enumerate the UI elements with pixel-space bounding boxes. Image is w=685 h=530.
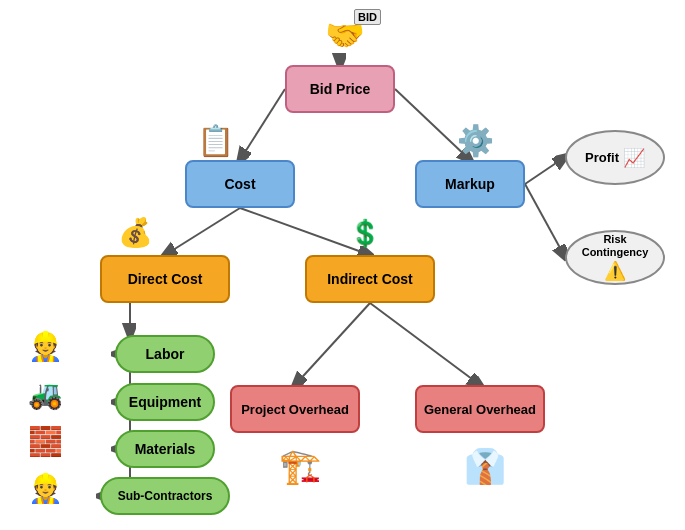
contingency-icon: ⚠️ (604, 261, 626, 283)
cost-node: Cost (185, 160, 295, 208)
general-overhead-label: General Overhead (424, 402, 536, 417)
worker-icon-4: 👷 (28, 472, 63, 505)
sub-contractors-label: Sub-Contractors (118, 489, 213, 503)
bid-price-label: Bid Price (310, 81, 371, 97)
project-overhead-icon: 🏗️ (245, 438, 355, 493)
svg-line-5 (525, 157, 565, 184)
worker-icon-2: 🚜 (28, 378, 63, 411)
equipment-label: Equipment (129, 394, 201, 410)
labor-node: Labor (115, 335, 215, 373)
svg-line-15 (295, 303, 370, 385)
markup-label: Markup (445, 176, 495, 192)
general-overhead-node: General Overhead (415, 385, 545, 433)
risk-contingency-node: RiskContingency ⚠️ (565, 230, 665, 285)
profit-icon: 📈 (623, 147, 645, 169)
labor-label: Labor (146, 346, 185, 362)
markup-icon: ⚙️ (450, 115, 500, 165)
direct-cost-icon: 💰 (115, 210, 155, 255)
risk-contingency-label: RiskContingency (582, 233, 649, 259)
general-overhead-icon: 👔 (430, 438, 540, 493)
indirect-cost-label: Indirect Cost (327, 271, 413, 287)
project-overhead-node: Project Overhead (230, 385, 360, 433)
svg-line-16 (370, 303, 480, 385)
indirect-cost-icon: 💲 (345, 212, 385, 255)
cost-label: Cost (224, 176, 255, 192)
markup-node: Markup (415, 160, 525, 208)
cost-icon: 📋 (190, 115, 240, 165)
svg-line-3 (165, 208, 240, 255)
bid-price-node: Bid Price (285, 65, 395, 113)
direct-cost-node: Direct Cost (100, 255, 230, 303)
direct-cost-label: Direct Cost (128, 271, 203, 287)
equipment-node: Equipment (115, 383, 215, 421)
profit-label: Profit (585, 150, 619, 165)
sub-contractors-node: Sub-Contractors (100, 477, 230, 515)
bid-icon-area: 🤝 BID (305, 5, 385, 65)
materials-label: Materials (135, 441, 196, 457)
worker-icon-1: 👷 (28, 330, 63, 363)
project-overhead-label: Project Overhead (241, 402, 349, 417)
worker-icon-3: 🧱 (28, 425, 63, 458)
materials-node: Materials (115, 430, 215, 468)
svg-line-1 (240, 89, 285, 160)
profit-node: Profit 📈 (565, 130, 665, 185)
svg-line-6 (525, 184, 565, 257)
indirect-cost-node: Indirect Cost (305, 255, 435, 303)
